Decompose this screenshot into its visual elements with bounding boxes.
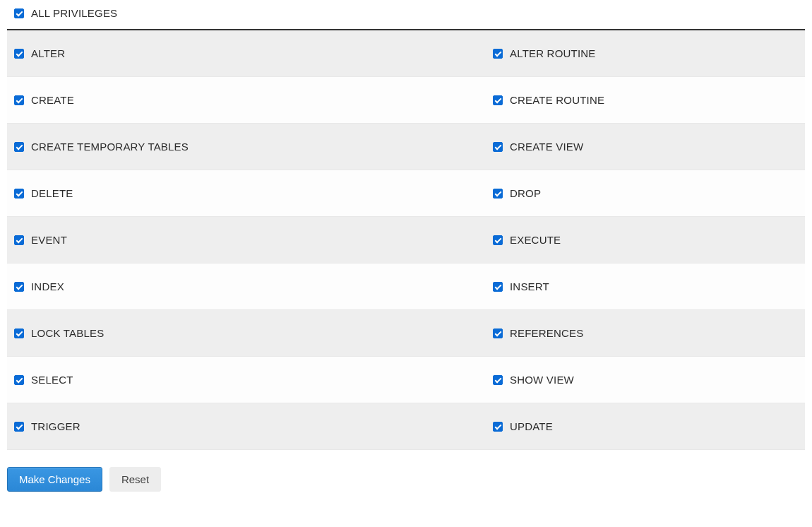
privilege-row: ALTERALTER ROUTINE (7, 30, 805, 77)
privilege-row: LOCK TABLESREFERENCES (7, 310, 805, 357)
privilege-label: INSERT (510, 280, 549, 292)
privilege-checkbox[interactable] (493, 235, 503, 245)
all-privileges-row: ALL PRIVILEGES (7, 0, 805, 29)
make-changes-button[interactable]: Make Changes (7, 467, 102, 492)
privilege-checkbox[interactable] (14, 49, 24, 59)
privilege-label: EXECUTE (510, 234, 561, 246)
privilege-checkbox[interactable] (493, 189, 503, 199)
actions-row: Make Changes Reset (7, 450, 805, 492)
privilege-label: REFERENCES (510, 327, 584, 339)
privilege-label: ALTER ROUTINE (510, 47, 596, 59)
privilege-cell: CREATE TEMPORARY TABLES (7, 124, 486, 170)
all-privileges-checkbox[interactable] (14, 8, 24, 18)
privilege-checkbox[interactable] (493, 95, 503, 105)
privilege-row: INDEXINSERT (7, 264, 805, 310)
privilege-checkbox[interactable] (493, 282, 503, 292)
privilege-cell: TRIGGER (7, 403, 486, 449)
privileges-panel: ALL PRIVILEGES ALTERALTER ROUTINECREATEC… (0, 0, 812, 506)
privilege-label: EVENT (31, 234, 67, 246)
privilege-cell: CREATE VIEW (486, 124, 805, 170)
privilege-row: CREATE TEMPORARY TABLESCREATE VIEW (7, 124, 805, 170)
privilege-label: TRIGGER (31, 420, 80, 432)
privilege-cell: INDEX (7, 264, 486, 309)
privilege-checkbox[interactable] (493, 422, 503, 432)
privilege-checkbox[interactable] (14, 142, 24, 152)
privilege-row: SELECTSHOW VIEW (7, 357, 805, 403)
privilege-checkbox[interactable] (14, 95, 24, 105)
privilege-cell: EXECUTE (486, 217, 805, 263)
privilege-cell: ALTER ROUTINE (486, 30, 805, 76)
privilege-checkbox[interactable] (14, 375, 24, 385)
privilege-cell: REFERENCES (486, 310, 805, 356)
privilege-cell: INSERT (486, 264, 805, 309)
privilege-cell: UPDATE (486, 403, 805, 449)
privilege-label: INDEX (31, 280, 64, 292)
reset-button[interactable]: Reset (109, 467, 161, 492)
privilege-label: CREATE TEMPORARY TABLES (31, 141, 189, 153)
privilege-checkbox[interactable] (493, 328, 503, 338)
privilege-label: DROP (510, 187, 541, 199)
privilege-checkbox[interactable] (14, 422, 24, 432)
privilege-checkbox[interactable] (14, 189, 24, 199)
privilege-cell: SELECT (7, 357, 486, 403)
privilege-checkbox[interactable] (493, 49, 503, 59)
privilege-row: DELETEDROP (7, 170, 805, 217)
privilege-checkbox[interactable] (14, 328, 24, 338)
privilege-label: LOCK TABLES (31, 327, 104, 339)
privilege-cell: LOCK TABLES (7, 310, 486, 356)
privilege-row: EVENTEXECUTE (7, 217, 805, 264)
privilege-cell: CREATE (7, 77, 486, 123)
privilege-label: SHOW VIEW (510, 374, 574, 386)
privilege-label: CREATE (31, 94, 74, 106)
all-privileges-label: ALL PRIVILEGES (31, 7, 117, 19)
privilege-checkbox[interactable] (493, 375, 503, 385)
privilege-label: DELETE (31, 187, 73, 199)
privilege-row: TRIGGERUPDATE (7, 403, 805, 450)
privilege-cell: EVENT (7, 217, 486, 263)
privilege-checkbox[interactable] (14, 282, 24, 292)
privilege-cell: DROP (486, 170, 805, 216)
privilege-cell: CREATE ROUTINE (486, 77, 805, 123)
privilege-label: ALTER (31, 47, 65, 59)
privilege-label: SELECT (31, 374, 73, 386)
privilege-cell: DELETE (7, 170, 486, 216)
privilege-label: UPDATE (510, 420, 553, 432)
privilege-checkbox[interactable] (493, 142, 503, 152)
privilege-cell: SHOW VIEW (486, 357, 805, 403)
privileges-grid: ALTERALTER ROUTINECREATECREATE ROUTINECR… (7, 30, 805, 450)
privilege-cell: ALTER (7, 30, 486, 76)
privilege-label: CREATE VIEW (510, 141, 583, 153)
privilege-checkbox[interactable] (14, 235, 24, 245)
privilege-row: CREATECREATE ROUTINE (7, 77, 805, 124)
privilege-label: CREATE ROUTINE (510, 94, 604, 106)
